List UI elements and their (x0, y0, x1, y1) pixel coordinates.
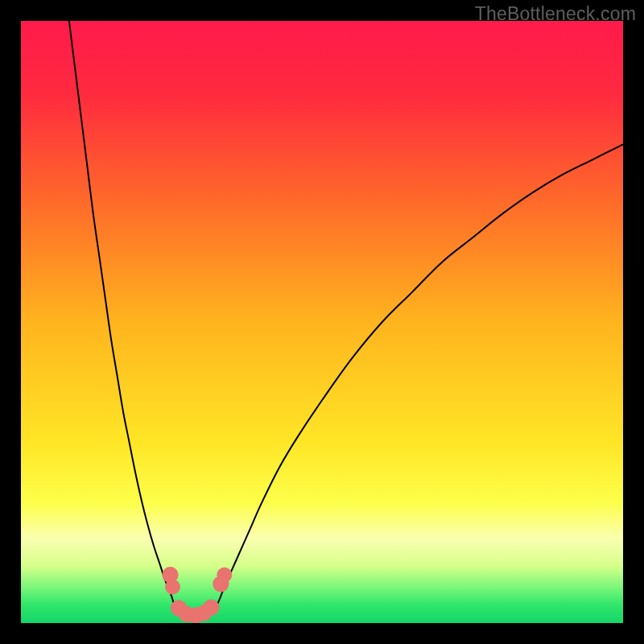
plot-area (21, 21, 623, 623)
data-marker (165, 580, 180, 595)
data-marker (203, 599, 219, 615)
chart-frame: TheBottleneck.com (0, 0, 644, 644)
data-marker (217, 568, 232, 583)
gradient-background (21, 21, 623, 623)
chart-svg (21, 21, 623, 623)
